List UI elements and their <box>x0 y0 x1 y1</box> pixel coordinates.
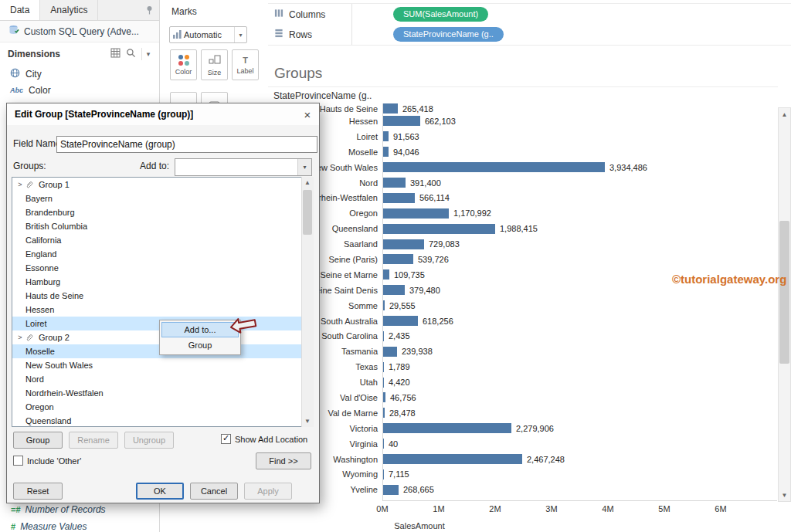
bar-area: 2,435 <box>383 328 777 344</box>
search-icon[interactable] <box>126 48 136 60</box>
bar[interactable] <box>383 178 406 188</box>
rename-button[interactable]: Rename <box>69 432 118 449</box>
dimensions-header-row: Dimensions ▾ <box>0 42 159 66</box>
field-measure-values[interactable]: # Measure Values <box>11 521 87 532</box>
datasource-item[interactable]: Custom SQL Query (Adve... <box>0 21 159 42</box>
tab-analytics[interactable]: Analytics <box>40 0 98 20</box>
rows-shelf[interactable]: Rows StateProvinceName (g.. <box>268 24 791 46</box>
chevron-down-icon[interactable]: ▾ <box>234 27 246 42</box>
bar[interactable] <box>383 224 495 234</box>
bar[interactable] <box>383 347 397 357</box>
tree-item-row[interactable]: Oregon <box>12 400 312 414</box>
chart-row: Tasmania239,938 <box>268 344 777 359</box>
chevron-down-icon[interactable]: ▾ <box>297 159 311 175</box>
bar[interactable] <box>383 116 420 126</box>
bar[interactable] <box>383 439 384 449</box>
scroll-up-icon[interactable]: ▲ <box>779 108 790 120</box>
ungroup-button[interactable]: Ungroup <box>124 432 174 449</box>
close-icon[interactable]: × <box>296 103 319 125</box>
bar[interactable] <box>383 208 449 219</box>
label-button[interactable]: T Label <box>232 49 259 80</box>
chart-row: Victoria2,279,906 <box>268 421 777 436</box>
tree-item-row[interactable]: Hessen <box>12 303 312 317</box>
bar[interactable] <box>383 469 384 479</box>
bar[interactable] <box>383 269 389 280</box>
rows-pill[interactable]: StateProvinceName (g.. <box>393 27 504 42</box>
value-label: 2,279,906 <box>516 424 554 433</box>
view-data-grid-icon[interactable] <box>110 48 121 60</box>
bar[interactable] <box>383 147 389 157</box>
tree-scrollbar[interactable]: ▲ ▼ <box>301 177 314 427</box>
bar[interactable] <box>383 408 385 418</box>
tree-item-row[interactable]: Bayern <box>12 191 312 205</box>
group-button[interactable]: Group <box>13 432 63 449</box>
tree-item-row[interactable]: New South Wales <box>12 358 312 372</box>
tree-group-row[interactable]: >Group 1 <box>12 178 312 191</box>
show-add-location-checkbox[interactable] <box>221 434 231 444</box>
bar[interactable] <box>383 316 418 326</box>
reset-button[interactable]: Reset <box>13 483 63 500</box>
bar[interactable] <box>383 362 384 372</box>
find-button[interactable]: Find >> <box>256 452 311 469</box>
scroll-down-icon[interactable]: ▼ <box>302 415 313 427</box>
ok-button[interactable]: OK <box>136 483 184 500</box>
bar[interactable] <box>383 392 385 402</box>
bar[interactable] <box>383 131 389 141</box>
bar[interactable] <box>383 378 384 388</box>
tab-data[interactable]: Data <box>0 0 40 20</box>
field-color[interactable]: Abc Color <box>0 82 159 98</box>
vertical-scrollbar[interactable]: ▲ ▼ <box>778 107 791 502</box>
bar[interactable] <box>383 331 384 341</box>
scroll-down-icon[interactable]: ▼ <box>779 489 790 501</box>
bar[interactable] <box>383 423 511 433</box>
tree-item-row[interactable]: Nordrhein-Westfalen <box>12 386 312 400</box>
scrollbar-thumb[interactable] <box>779 221 789 364</box>
color-button[interactable]: Color <box>170 49 197 80</box>
bar[interactable] <box>383 239 424 249</box>
tree-item-row[interactable]: California <box>12 233 312 247</box>
pane-menu-caret-icon[interactable]: ▾ <box>141 48 154 60</box>
bar[interactable] <box>383 162 605 172</box>
include-other-checkbox[interactable] <box>13 456 23 466</box>
tree-item-row[interactable]: Hamburg <box>12 275 312 289</box>
tree-item-row[interactable]: Essonne <box>12 261 312 275</box>
size-button[interactable]: Size <box>201 49 228 80</box>
tree-item-row[interactable]: Nord <box>12 372 312 386</box>
pin-icon[interactable] <box>140 0 159 20</box>
bar[interactable] <box>383 454 522 464</box>
field-number-of-records[interactable]: =# Number of Records <box>11 504 106 515</box>
bar[interactable] <box>383 285 405 295</box>
abc-icon: Abc <box>10 86 23 94</box>
field-name-input[interactable] <box>56 136 317 153</box>
tree-item-row[interactable]: British Columbia <box>12 219 312 233</box>
chart-row: Hauts de Seine265,418 <box>268 103 777 114</box>
bar[interactable] <box>383 300 385 310</box>
row-header-field-label[interactable]: StateProvinceName (g.. <box>273 90 372 101</box>
bar[interactable] <box>383 485 399 495</box>
tree-item-row[interactable]: Brandenburg <box>12 205 312 219</box>
expander-icon[interactable]: > <box>15 181 25 188</box>
bar[interactable] <box>383 103 398 114</box>
columns-pill[interactable]: SUM(SalesAmount) <box>393 7 488 22</box>
x-axis-title[interactable]: SalesAmount <box>389 521 450 530</box>
mark-type-dropdown[interactable]: Automatic ▾ <box>169 26 247 43</box>
tree-item-row[interactable]: Hauts de Seine <box>12 289 312 303</box>
add-to-dropdown[interactable]: ▾ <box>175 158 312 176</box>
group-tree[interactable]: >Group 1BayernBrandenburgBritish Columbi… <box>12 177 313 427</box>
scrollbar-thumb[interactable] <box>303 190 312 235</box>
context-menu-item-group[interactable]: Group <box>161 337 239 353</box>
context-menu-item-add-to[interactable]: Add to... <box>161 322 239 337</box>
apply-button[interactable]: Apply <box>244 483 292 500</box>
tree-item-row[interactable]: Queensland <box>12 414 312 427</box>
edit-group-dialog: Edit Group [StateProvinceName (group)] ×… <box>6 103 320 503</box>
expander-icon[interactable]: > <box>15 334 25 341</box>
scroll-up-icon[interactable]: ▲ <box>302 177 313 188</box>
field-city[interactable]: City <box>0 66 159 82</box>
dialog-titlebar[interactable]: Edit Group [StateProvinceName (group)] <box>7 103 319 125</box>
bar[interactable] <box>383 254 413 264</box>
cancel-button[interactable]: Cancel <box>190 483 238 500</box>
tree-item-row[interactable]: England <box>12 247 312 261</box>
bar[interactable] <box>383 193 415 203</box>
columns-shelf[interactable]: Columns SUM(SalesAmount) <box>268 3 791 25</box>
value-label: 268,665 <box>403 485 434 494</box>
